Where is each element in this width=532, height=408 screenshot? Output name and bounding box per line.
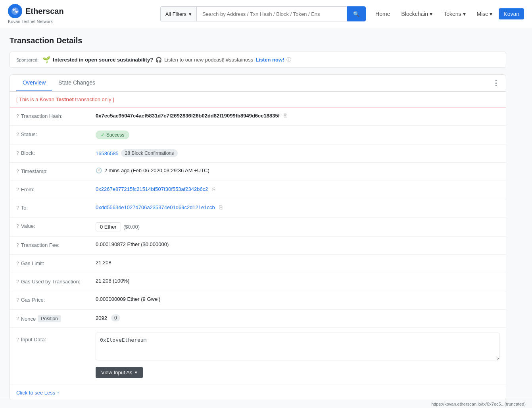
help-icon: ? [16, 297, 19, 303]
value-display: 0 Ether ($0.00) [96, 222, 499, 231]
card-footer: Click to see Less ↑ [10, 385, 506, 400]
value-usd: ($0.00) [123, 224, 140, 230]
timestamp-value: 🕐 2 mins ago (Feb-06-2020 03:29:36 AM +U… [96, 167, 499, 173]
to-value: 0xdd55634e1027d706a235374e01d69c2d121e1c… [96, 204, 499, 210]
gas-used-text: 21,208 (100%) [96, 278, 129, 284]
tx-fee-text: 0.000190872 Ether ($0.000000) [96, 241, 169, 247]
gas-used-value: 21,208 (100%) [96, 278, 499, 284]
gas-used-label: ? Gas Used by Transaction: [16, 278, 96, 285]
help-icon: ? [16, 114, 19, 119]
view-input-label: View Input As [101, 370, 133, 375]
brand: Etherscan Kovan Testnet Network [8, 4, 64, 24]
help-icon: ? [16, 223, 19, 229]
alert-text-end: transaction only ] [74, 96, 114, 102]
help-icon: ? [16, 337, 19, 343]
nav-blockchain-label: Blockchain [401, 11, 428, 17]
from-label: ? From: [16, 186, 96, 192]
nav-blockchain[interactable]: Blockchain ▾ [396, 8, 437, 19]
gas-price-text: 0.000000009 Ether (9 Gwei) [96, 296, 160, 302]
sponsored-desc: Listen to our new podcast! #sustainoss [164, 57, 253, 63]
chevron-down-icon: ▾ [490, 11, 492, 17]
sponsored-link[interactable]: Listen now! [255, 57, 284, 63]
help-icon: ? [16, 132, 19, 137]
row-from: ? From: 0x2267e877215fc21514bf507f30f553… [10, 181, 506, 199]
help-icon: ? [16, 279, 19, 285]
chevron-down-icon: ▾ [430, 11, 432, 17]
tx-fee-value: 0.000190872 Ether ($0.000000) [96, 241, 499, 247]
click-less-text: Click to see Less [16, 390, 55, 396]
gas-limit-label: ? Gas Limit: [16, 260, 96, 266]
nav-tokens[interactable]: Tokens ▾ [439, 8, 470, 19]
search-input[interactable] [196, 6, 347, 21]
nonce-label: ? Nonce Position [16, 314, 96, 322]
etherscan-logo-svg [11, 7, 19, 15]
input-data-textarea[interactable]: 0xIloveEthereum [96, 333, 499, 360]
help-icon: ? [16, 242, 19, 248]
search-button[interactable]: 🔍 [347, 6, 366, 21]
timestamp-label: ? Timestamp: [16, 167, 96, 174]
to-label: ? To: [16, 204, 96, 211]
gas-price-label: ? Gas Price: [16, 296, 96, 303]
row-block: ? Block: 16586585 28 Block Confirmations [10, 144, 506, 163]
tx-hash-label: ? Transaction Hash: [16, 112, 96, 119]
headphone-icon: 🎧 [156, 57, 162, 63]
svg-point-1 [13, 9, 15, 11]
help-icon: ? [16, 187, 19, 192]
chevron-down-icon: ▾ [189, 11, 192, 17]
page-header: Etherscan Kovan Testnet Network All Filt… [0, 0, 532, 28]
nav-misc-label: Misc [477, 11, 488, 17]
chevron-down-icon: ▾ [135, 370, 137, 375]
logo-icon [8, 4, 22, 18]
row-to: ? To: 0xdd55634e1027d706a235374e01d69c2d… [10, 199, 506, 217]
row-timestamp: ? Timestamp: 🕐 2 mins ago (Feb-06-2020 0… [10, 163, 506, 181]
search-bar: All Filters ▾ 🔍 [160, 6, 366, 21]
nonce-text: 2092 [96, 315, 107, 321]
copy-icon[interactable]: ⎘ [284, 112, 287, 119]
nonce-position-badge: 0 [111, 314, 120, 321]
value-label: ? Value: [16, 222, 96, 229]
block-number-link[interactable]: 16586585 [96, 150, 119, 156]
clock-icon: 🕐 [96, 167, 102, 173]
tx-hash-text: 0x7ec5ac95047c4aef5831d7c7f2692836f26b02… [96, 113, 280, 119]
to-address-link[interactable]: 0xdd55634e1027d706a235374e01d69c2d121e1c… [96, 204, 215, 210]
search-icon: 🔍 [353, 11, 360, 17]
nav-kovan[interactable]: Kovan [499, 8, 524, 19]
sponsored-text: Interested in open source sustainability… [53, 57, 153, 63]
leaf-icon: 🌱 [42, 56, 50, 64]
gas-limit-value: 21,208 [96, 260, 499, 266]
kovan-alert: [ This is a Kovan Testnet transaction on… [10, 92, 506, 108]
alert-testnet: Testnet [56, 96, 73, 102]
block-value: 16586585 28 Block Confirmations [96, 149, 499, 157]
help-icon: ? [16, 205, 19, 211]
help-icon: ? [16, 261, 19, 266]
success-text: Success [106, 132, 124, 138]
nav-misc[interactable]: Misc ▾ [472, 8, 497, 19]
filter-dropdown[interactable]: All Filters ▾ [160, 6, 196, 21]
click-to-see-less[interactable]: Click to see Less ↑ [16, 390, 499, 396]
row-gas-price: ? Gas Price: 0.000000009 Ether (9 Gwei) [10, 291, 506, 310]
block-label: ? Block: [16, 149, 96, 156]
row-input-data: ? Input Data: 0xIloveEthereum View Input… [10, 328, 506, 385]
view-input-button[interactable]: View Input As ▾ [96, 367, 143, 378]
nav-home[interactable]: Home [371, 8, 395, 19]
sponsored-label: Sponsored: [16, 58, 38, 62]
row-status: ? Status: Success [10, 126, 506, 144]
card-menu-icon[interactable]: ⋮ [492, 79, 499, 87]
copy-to-icon[interactable]: ⎘ [219, 204, 222, 210]
from-address-link[interactable]: 0x2267e877215fc21514bf507f30f553af2342b6… [96, 186, 208, 192]
tab-overview[interactable]: Overview [16, 75, 52, 91]
logo-text: Etherscan [25, 7, 64, 16]
gas-limit-text: 21,208 [96, 260, 111, 266]
chevron-down-icon: ▾ [463, 11, 466, 17]
position-label: Position [38, 315, 61, 322]
statusbar: https://kovan.etherscan.io/tx/0x7ec5...(… [0, 400, 532, 408]
row-gas-limit: ? Gas Limit: 21,208 [10, 255, 506, 273]
help-icon: ? [16, 169, 19, 174]
transaction-card: Overview State Changes ⋮ [ This is a Kov… [10, 74, 506, 401]
page-title: Transaction Details [10, 36, 506, 45]
from-value: 0x2267e877215fc21514bf507f30f553af2342b6… [96, 186, 499, 192]
copy-from-icon[interactable]: ⎘ [212, 186, 215, 192]
logo[interactable]: Etherscan [8, 4, 64, 18]
tab-state-changes[interactable]: State Changes [52, 75, 102, 91]
value-eth-badge: 0 Ether [96, 222, 121, 231]
